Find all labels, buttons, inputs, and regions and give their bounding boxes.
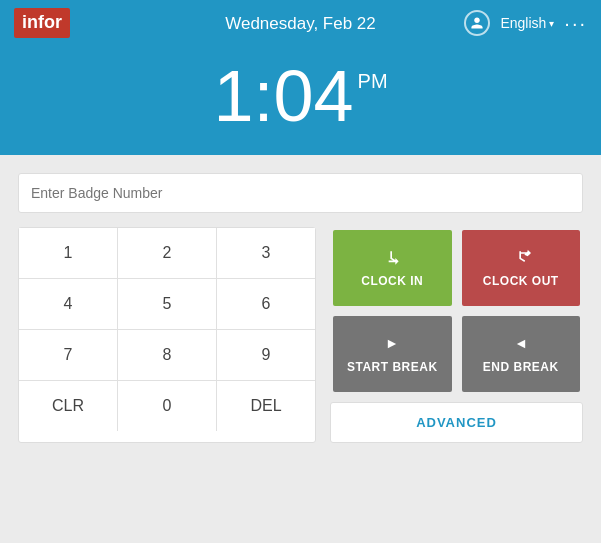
key-0[interactable]: 0 <box>118 381 217 431</box>
numpad-row-2: 4 5 6 <box>19 279 315 330</box>
key-7[interactable]: 7 <box>19 330 118 380</box>
key-8[interactable]: 8 <box>118 330 217 380</box>
end-break-button[interactable]: END BREAK <box>462 316 581 392</box>
numpad-row-3: 7 8 9 <box>19 330 315 381</box>
numpad-row-1: 1 2 3 <box>19 228 315 279</box>
clock-out-icon <box>511 248 531 268</box>
key-1[interactable]: 1 <box>19 228 118 278</box>
clock-in-icon <box>382 248 402 268</box>
key-4[interactable]: 4 <box>19 279 118 329</box>
infor-logo: infor <box>14 8 70 38</box>
header-date: Wednesday, Feb 22 <box>225 14 376 34</box>
key-9[interactable]: 9 <box>217 330 315 380</box>
end-break-label: END BREAK <box>483 360 559 374</box>
end-break-icon <box>511 334 531 354</box>
clock-in-label: CLOCK IN <box>361 274 423 288</box>
key-5[interactable]: 5 <box>118 279 217 329</box>
badge-input[interactable] <box>31 185 570 201</box>
key-2[interactable]: 2 <box>118 228 217 278</box>
badge-input-wrap[interactable] <box>18 173 583 213</box>
key-del[interactable]: DEL <box>217 381 315 431</box>
more-options-button[interactable]: ··· <box>564 13 587 33</box>
clock-in-button[interactable]: CLOCK IN <box>333 230 452 306</box>
clock-out-label: CLOCK OUT <box>483 274 559 288</box>
app-header: infor Wednesday, Feb 22 English ▾ ··· 1:… <box>0 0 601 155</box>
two-column-layout: 1 2 3 4 5 6 7 8 9 CLR 0 DEL <box>18 227 583 443</box>
language-label: English <box>500 15 546 31</box>
numpad-row-4: CLR 0 DEL <box>19 381 315 431</box>
main-content: 1 2 3 4 5 6 7 8 9 CLR 0 DEL <box>0 155 601 543</box>
advanced-wrap: ADVANCED <box>330 402 583 443</box>
start-break-icon <box>382 334 402 354</box>
action-bottom-row: START BREAK END BREAK <box>330 313 583 395</box>
actions-column: CLOCK IN CLOCK OUT START BREAK <box>330 227 583 443</box>
clock-display: 1:04 PM <box>213 60 387 132</box>
key-3[interactable]: 3 <box>217 228 315 278</box>
header-right-controls: English ▾ ··· <box>464 10 587 36</box>
clock-time: 1:04 <box>213 60 353 132</box>
header-top-bar: infor Wednesday, Feb 22 English ▾ ··· <box>0 0 601 48</box>
language-selector[interactable]: English ▾ <box>500 15 554 31</box>
language-caret: ▾ <box>549 18 554 29</box>
clock-out-button[interactable]: CLOCK OUT <box>462 230 581 306</box>
key-clr[interactable]: CLR <box>19 381 118 431</box>
advanced-button[interactable]: ADVANCED <box>331 403 582 442</box>
user-icon[interactable] <box>464 10 490 36</box>
action-top-row: CLOCK IN CLOCK OUT <box>330 227 583 309</box>
start-break-button[interactable]: START BREAK <box>333 316 452 392</box>
key-6[interactable]: 6 <box>217 279 315 329</box>
clock-ampm: PM <box>358 70 388 93</box>
start-break-label: START BREAK <box>347 360 438 374</box>
numpad: 1 2 3 4 5 6 7 8 9 CLR 0 DEL <box>18 227 316 443</box>
